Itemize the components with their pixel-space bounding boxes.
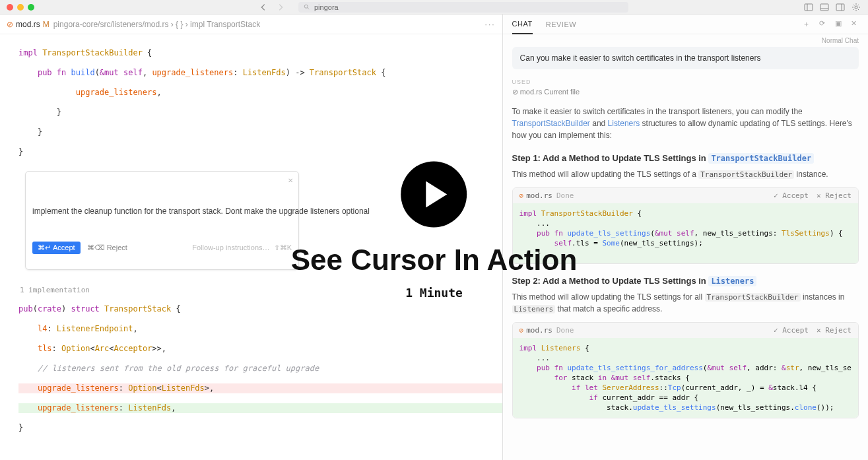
- breadcrumb-path[interactable]: pingora-core/src/listeners/mod.rs › { } …: [53, 20, 260, 29]
- assistant-paragraph: To make it easier to switch certificates…: [512, 106, 859, 141]
- accept-suggestion-button[interactable]: ✓ Accept: [774, 191, 809, 200]
- settings-gear-icon[interactable]: [851, 2, 861, 13]
- ai-suggestion-text: implement the cleanup function for the t…: [32, 207, 292, 216]
- code-card-status: Done: [556, 326, 574, 335]
- svg-point-7: [855, 6, 857, 9]
- nav-forward-button[interactable]: [276, 3, 285, 12]
- search-text: pingora: [314, 3, 339, 11]
- breadcrumb: ⊘ mod.rs M pingora-core/src/listeners/mo…: [0, 15, 502, 34]
- accept-button[interactable]: ⌘↵ Accept: [32, 242, 81, 254]
- breadcrumb-file[interactable]: mod.rs: [16, 20, 40, 29]
- code-editor[interactable]: impl TransportStackBuilder { pub fn buil…: [0, 34, 502, 460]
- code-card-file: mod.rs: [526, 326, 552, 335]
- reject-suggestion-button[interactable]: ✕ Reject: [817, 191, 851, 200]
- close-window-button[interactable]: [7, 4, 13, 11]
- maximize-window-button[interactable]: [28, 4, 34, 11]
- used-context-file[interactable]: ⊘ mod.rs Current file: [512, 88, 859, 96]
- play-button[interactable]: [401, 161, 467, 227]
- accept-suggestion-button[interactable]: ✓ Accept: [774, 326, 809, 335]
- minimize-window-button[interactable]: [17, 4, 24, 11]
- svg-point-0: [304, 5, 308, 8]
- implementations-codelens[interactable]: 1 implementation: [18, 285, 502, 294]
- play-icon: [426, 181, 448, 207]
- nav-back-button[interactable]: [259, 3, 268, 12]
- rust-file-icon: ⊘: [7, 20, 13, 29]
- tab-chat[interactable]: CHAT: [512, 15, 533, 34]
- breadcrumb-more-button[interactable]: ···: [485, 20, 496, 29]
- panel-left-icon[interactable]: [803, 2, 814, 13]
- step-1-heading: Step 1: Add a Method to Update TLS Setti…: [512, 153, 859, 163]
- command-center-search[interactable]: pingora: [298, 2, 628, 13]
- used-context-label: USED: [512, 79, 859, 85]
- user-message: Can you make it easier to switch certifi…: [512, 47, 859, 69]
- chat-mode-label[interactable]: Normal Chat: [503, 34, 868, 47]
- step-2-heading: Step 2: Add a Method to Update TLS Setti…: [512, 276, 859, 286]
- ai-suggestion-card: ✕ implement the cleanup function for the…: [25, 171, 299, 270]
- rust-file-icon: ⊘: [519, 326, 524, 335]
- breadcrumb-modified-indicator: M: [43, 20, 50, 29]
- history-button[interactable]: ⟳: [818, 19, 827, 29]
- step-2-paragraph: This method will allow updating the TLS …: [512, 291, 859, 315]
- svg-rect-1: [805, 4, 813, 11]
- close-icon[interactable]: ✕: [288, 176, 293, 185]
- code-card-file: mod.rs: [526, 191, 552, 200]
- followup-hint[interactable]: Follow-up instructions… ⇧⌘K: [192, 243, 292, 253]
- svg-rect-5: [836, 4, 844, 11]
- reject-button[interactable]: ⌘⌫ Reject: [87, 243, 127, 253]
- expand-button[interactable]: ▣: [834, 19, 843, 29]
- close-chat-button[interactable]: ✕: [850, 19, 859, 29]
- title-bar: pingora: [0, 0, 868, 15]
- step-1-paragraph: This method will allow updating the TLS …: [512, 168, 859, 181]
- code-suggestion-card-2: ⊘ mod.rs Done ✓ Accept ✕ Reject impl Lis…: [512, 322, 859, 418]
- panel-right-icon[interactable]: [835, 2, 846, 13]
- traffic-lights: [7, 4, 34, 11]
- rust-file-icon: ⊘: [519, 191, 524, 200]
- code-suggestion-card-1: ⊘ mod.rs Done ✓ Accept ✕ Reject impl Tra…: [512, 187, 859, 264]
- panel-bottom-icon[interactable]: [819, 2, 830, 13]
- chat-tabs: CHAT REVIEW ＋ ⟳ ▣ ✕: [503, 15, 868, 34]
- reject-suggestion-button[interactable]: ✕ Reject: [817, 326, 851, 335]
- svg-rect-3: [820, 4, 828, 11]
- new-chat-button[interactable]: ＋: [802, 19, 811, 29]
- tab-review[interactable]: REVIEW: [546, 15, 576, 34]
- code-card-status: Done: [556, 191, 574, 200]
